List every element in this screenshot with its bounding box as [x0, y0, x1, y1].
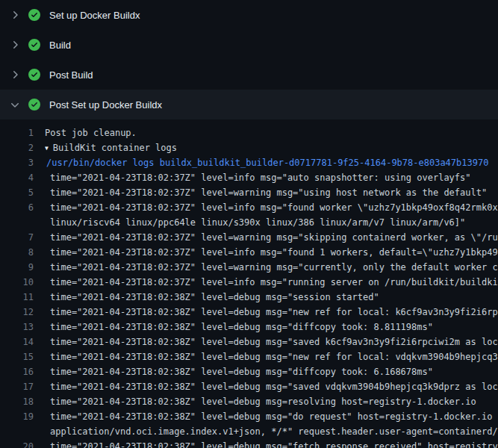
log-line: 6 time="2021-04-23T18:02:37Z" level=info… [0, 200, 498, 215]
log-line-text: time="2021-04-23T18:02:37Z" level=warnin… [45, 230, 498, 245]
log-line-text: time="2021-04-23T18:02:37Z" level=warnin… [45, 185, 498, 200]
log-line: application/vnd.oci.image.index.v1+json,… [0, 424, 498, 439]
log-line-number[interactable]: 1 [0, 125, 34, 140]
log-line-text: /usr/bin/docker logs buildx_buildkit_bui… [45, 155, 498, 170]
log-line-text: Post job cleanup. [45, 125, 498, 140]
step-row-post-build[interactable]: Post Build [0, 60, 498, 90]
log-line-text: time="2021-04-23T18:02:38Z" level=debug … [45, 379, 498, 394]
log-line: 5 time="2021-04-23T18:02:37Z" level=warn… [0, 185, 498, 200]
chevron-icon [9, 39, 21, 51]
log-line: linux/riscv64 linux/ppc64le linux/s390x … [0, 215, 498, 230]
log-line-number[interactable] [0, 424, 34, 439]
log-line: 3 /usr/bin/docker logs buildx_buildkit_b… [0, 155, 498, 170]
step-label: Build [49, 40, 71, 51]
log-line-text: time="2021-04-23T18:02:38Z" level=debug … [45, 320, 498, 335]
log-line-text: time="2021-04-23T18:02:37Z" level=warnin… [45, 260, 498, 275]
success-check-icon [28, 99, 40, 111]
log-line-text: time="2021-04-23T18:02:38Z" level=debug … [45, 335, 498, 349]
log-line-number[interactable]: 6 [0, 200, 34, 215]
log-line-text: time="2021-04-23T18:02:37Z" level=info m… [45, 200, 498, 215]
log-line-number[interactable]: 15 [0, 349, 34, 364]
log-line-text: ▼BuildKit container logs [45, 140, 498, 155]
log-line: 13 time="2021-04-23T18:02:38Z" level=deb… [0, 320, 498, 335]
log-line-number[interactable]: 12 [0, 305, 34, 320]
log-line-text: time="2021-04-23T18:02:38Z" level=debug … [45, 364, 498, 379]
log-line: 7 time="2021-04-23T18:02:37Z" level=warn… [0, 230, 498, 245]
chevron-icon [9, 69, 21, 81]
log-line-number[interactable] [0, 215, 34, 230]
log-line: 8 time="2021-04-23T18:02:37Z" level=info… [0, 245, 498, 260]
log-line-text: time="2021-04-23T18:02:37Z" level=info m… [45, 170, 498, 185]
log-line: 19 time="2021-04-23T18:02:38Z" level=deb… [0, 409, 498, 424]
log-line: 10 time="2021-04-23T18:02:37Z" level=inf… [0, 275, 498, 290]
step-row-post-set-up-docker-buildx[interactable]: Post Set up Docker Buildx [0, 90, 498, 119]
log-line-number[interactable]: 14 [0, 335, 34, 349]
log-line: 18 time="2021-04-23T18:02:38Z" level=deb… [0, 394, 498, 409]
log-line: 12 time="2021-04-23T18:02:38Z" level=deb… [0, 305, 498, 320]
disclosure-triangle-icon: ▼ [45, 141, 49, 155]
step-label: Post Set up Docker Buildx [49, 99, 162, 111]
log-line-number[interactable]: 11 [0, 290, 34, 305]
chevron-icon [9, 9, 21, 21]
steps-list: Set up Docker Buildx Build Post Build [0, 0, 498, 119]
log-line: 17 time="2021-04-23T18:02:38Z" level=deb… [0, 379, 498, 394]
log-line-number[interactable]: 19 [0, 409, 34, 424]
log-line-number[interactable]: 10 [0, 275, 34, 290]
log-line: 9 time="2021-04-23T18:02:37Z" level=warn… [0, 260, 498, 275]
log-line-text: time="2021-04-23T18:02:38Z" level=debug … [45, 394, 498, 409]
step-row-set-up-docker-buildx[interactable]: Set up Docker Buildx [0, 0, 498, 30]
log-line-text: time="2021-04-23T18:02:38Z" level=debug … [45, 290, 498, 305]
log-line: 16 time="2021-04-23T18:02:38Z" level=deb… [0, 364, 498, 379]
log-line-number[interactable]: 7 [0, 230, 34, 245]
log-line-number[interactable]: 5 [0, 185, 34, 200]
log-line: 4 time="2021-04-23T18:02:37Z" level=info… [0, 170, 498, 185]
log-line-text: linux/riscv64 linux/ppc64le linux/s390x … [45, 215, 498, 230]
log-line-number[interactable]: 18 [0, 394, 34, 409]
step-label: Set up Docker Buildx [49, 10, 140, 21]
log-line: 11 time="2021-04-23T18:02:38Z" level=deb… [0, 290, 498, 305]
log-line-text: application/vnd.oci.image.index.v1+json,… [45, 424, 498, 439]
log-line: 14 time="2021-04-23T18:02:38Z" level=deb… [0, 335, 498, 349]
log-line-text: time="2021-04-23T18:02:37Z" level=info m… [45, 245, 498, 260]
log-line: 15 time="2021-04-23T18:02:38Z" level=deb… [0, 349, 498, 364]
log-lines: 1 Post job cleanup. 2 ▼BuildKit containe… [0, 119, 498, 448]
success-check-icon [28, 69, 40, 81]
log-line-number[interactable]: 9 [0, 260, 34, 275]
log-line-text: time="2021-04-23T18:02:38Z" level=debug … [45, 305, 498, 320]
log-line-number[interactable]: 20 [0, 439, 34, 448]
log-line-text: time="2021-04-23T18:02:38Z" level=debug … [45, 409, 498, 424]
log-line-number[interactable]: 8 [0, 245, 34, 260]
log-line-text: time="2021-04-23T18:02:38Z" level=debug … [45, 349, 498, 364]
step-label: Post Build [49, 69, 93, 81]
step-row-build[interactable]: Build [0, 30, 498, 60]
success-check-icon [28, 9, 40, 21]
log-group-header[interactable]: 2 ▼BuildKit container logs [0, 140, 498, 155]
chevron-icon [9, 99, 21, 111]
log-line: 20 time="2021-04-23T18:02:38Z" level=deb… [0, 439, 498, 448]
log-line-text: time="2021-04-23T18:02:37Z" level=info m… [45, 275, 498, 290]
log-line-number[interactable]: 16 [0, 364, 34, 379]
log-line: 1 Post job cleanup. [0, 125, 498, 140]
log-line-number[interactable]: 17 [0, 379, 34, 394]
log-line-number[interactable]: 13 [0, 320, 34, 335]
success-check-icon [28, 39, 40, 51]
log-line-number[interactable]: 2 [0, 140, 34, 155]
log-line-text: time="2021-04-23T18:02:38Z" level=debug … [45, 439, 498, 448]
log-line-number[interactable]: 3 [0, 155, 34, 170]
log-line-number[interactable]: 4 [0, 170, 34, 185]
